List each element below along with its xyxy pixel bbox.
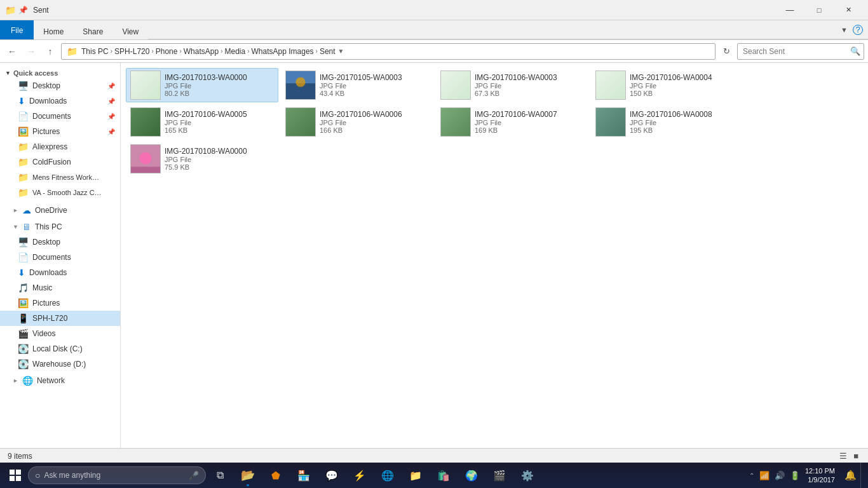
- file-name: IMG-20170105-WA0003: [320, 73, 402, 82]
- folder-icon: 📁: [18, 142, 29, 152]
- file-item[interactable]: IMG-20170108-WA0000 JPG File 75.9 KB: [126, 142, 278, 176]
- file-item[interactable]: IMG-20170105-WA0003 JPG File 43.4 KB: [281, 68, 433, 102]
- sidebar-item-documents-qa[interactable]: 📄 Documents 📌: [0, 109, 120, 124]
- ribbon-expand-icon[interactable]: ▼: [841, 26, 848, 34]
- taskbar-app-shop[interactable]: 🛍️: [430, 463, 458, 488]
- sidebar-label: VA - Smooth Jazz Chill ...: [32, 189, 102, 196]
- file-type: JPG File: [165, 82, 247, 90]
- sidebar-item-pictures-qa[interactable]: 🖼️ Pictures 📌: [0, 124, 120, 139]
- file-thumbnail: [285, 107, 316, 137]
- file-thumbnail: [130, 144, 161, 173]
- sidebar-label: This PC: [35, 222, 62, 231]
- shop-icon: 🛍️: [437, 470, 450, 482]
- crumb-sph[interactable]: SPH-L720: [114, 47, 149, 56]
- sidebar-item-mensfitness[interactable]: 📁 Mens Fitness Workout P...: [0, 170, 120, 185]
- taskbar-app-settings[interactable]: ⚙️: [513, 463, 541, 488]
- up-button[interactable]: ↑: [42, 43, 58, 60]
- sidebar-item-network[interactable]: ► 🌐 Network: [0, 373, 120, 388]
- file-item[interactable]: IMG-20170106-WA0003 JPG File 67.3 KB: [436, 68, 588, 102]
- sidebar-item-warehouse[interactable]: 💽 Warehouse (D:): [0, 356, 120, 372]
- sidebar-item-onedrive[interactable]: ► ☁ OneDrive: [0, 203, 120, 218]
- tray-chevron[interactable]: ⌃: [748, 471, 756, 480]
- back-button[interactable]: ←: [4, 43, 20, 60]
- start-button[interactable]: [3, 463, 28, 488]
- taskbar-app-arduino[interactable]: ⚡: [346, 463, 374, 488]
- taskbar-app-skype[interactable]: 💬: [318, 463, 346, 488]
- view-tiles-icon[interactable]: ■: [851, 451, 860, 461]
- minimize-button[interactable]: —: [775, 0, 804, 20]
- close-button[interactable]: ✕: [834, 0, 863, 20]
- taskbar-app-chrome[interactable]: 🌐: [374, 463, 402, 488]
- crumb-media[interactable]: Media: [225, 47, 246, 56]
- file-item[interactable]: IMG-20170103-WA0000 JPG File 80.2 KB: [126, 68, 278, 102]
- folder-icon: 📁: [18, 157, 29, 167]
- taskbar-app-fileexplorer[interactable]: 📂: [234, 463, 262, 488]
- crumb-phone[interactable]: Phone: [156, 47, 178, 56]
- volume-tray-icon[interactable]: 🔊: [773, 470, 786, 482]
- network-tray-icon[interactable]: 📶: [758, 470, 771, 482]
- sidebar-item-smoothjazz[interactable]: 📁 VA - Smooth Jazz Chill ...: [0, 185, 120, 200]
- sidebar-item-aliexpress[interactable]: 📁 Aliexpress: [0, 139, 120, 154]
- address-bar[interactable]: 📁 This PC › SPH-L720 › Phone › WhatsApp …: [61, 43, 715, 60]
- file-thumbnail: [595, 107, 626, 137]
- crumb-thispc[interactable]: This PC: [81, 47, 109, 56]
- clock-date: 1/9/2017: [805, 475, 835, 484]
- search-input[interactable]: [737, 43, 864, 60]
- file-type: JPG File: [320, 119, 402, 126]
- taskbar-app-edge[interactable]: 🌍: [458, 463, 485, 488]
- taskbar-app-app2[interactable]: ⬟: [262, 463, 290, 488]
- tab-file[interactable]: File: [0, 20, 34, 39]
- task-view-button[interactable]: ⧉: [206, 463, 234, 488]
- battery-tray-icon[interactable]: 🔋: [789, 470, 801, 482]
- sidebar-item-documents-pc[interactable]: 📄 Documents: [0, 250, 120, 265]
- sidebar-item-coldfusion[interactable]: 📁 ColdFusion: [0, 154, 120, 170]
- localdisk-icon: 💽: [18, 344, 29, 354]
- file-name: IMG-20170106-WA0003: [475, 73, 557, 82]
- show-desktop-button[interactable]: [860, 463, 865, 488]
- view-details-icon[interactable]: ☰: [837, 451, 849, 461]
- crumb-waimages[interactable]: WhatsApp Images: [252, 47, 314, 56]
- file-size: 169 KB: [475, 126, 557, 134]
- refresh-button[interactable]: ↻: [718, 43, 735, 60]
- taskbar-app-media[interactable]: 🎬: [485, 463, 513, 488]
- sidebar-item-videos[interactable]: 🎬 Videos: [0, 326, 120, 341]
- file-item[interactable]: IMG-20170106-WA0006 JPG File 166 KB: [281, 105, 433, 139]
- file-name: IMG-20170106-WA0004: [630, 73, 712, 82]
- sidebar-item-sph[interactable]: 📱 SPH-L720: [0, 311, 120, 326]
- svg-rect-5: [131, 166, 160, 173]
- sidebar-item-desktop-pc[interactable]: 🖥️ Desktop: [0, 234, 120, 250]
- file-item[interactable]: IMG-20170106-WA0007 JPG File 169 KB: [436, 105, 588, 139]
- sidebar-item-localdisk[interactable]: 💽 Local Disk (C:): [0, 341, 120, 356]
- tab-home[interactable]: Home: [34, 23, 73, 39]
- sidebar-item-desktop-qa[interactable]: 🖥️ Desktop 📌: [0, 78, 120, 93]
- file-thumbnail: [285, 71, 316, 100]
- taskbar-search[interactable]: ○ Ask me anything 🎤: [28, 466, 206, 484]
- clock-time: 12:10 PM: [805, 466, 835, 475]
- ribbon-help-icon[interactable]: ?: [853, 25, 863, 35]
- clock[interactable]: 12:10 PM 1/9/2017: [805, 466, 835, 485]
- crumb-sent[interactable]: Sent: [320, 47, 336, 56]
- sidebar-label: Pictures: [32, 127, 60, 136]
- tab-share[interactable]: Share: [73, 23, 112, 39]
- sidebar-item-downloads-pc[interactable]: ⬇ Downloads: [0, 265, 120, 280]
- sidebar-quickaccess-header[interactable]: ▼ Quick access: [0, 65, 120, 78]
- sidebar-item-music[interactable]: 🎵 Music: [0, 280, 120, 295]
- sidebar-item-downloads-qa[interactable]: ⬇ Downloads 📌: [0, 93, 120, 109]
- mic-icon[interactable]: 🎤: [189, 471, 199, 480]
- downloads-icon: ⬇: [18, 96, 25, 106]
- notification-button[interactable]: 🔔: [840, 463, 860, 488]
- sidebar-item-pictures-pc[interactable]: 🖼️ Pictures: [0, 295, 120, 311]
- sidebar-label: Videos: [32, 329, 55, 338]
- sidebar-thispc-header[interactable]: ▼ 🖥 This PC: [0, 219, 120, 234]
- taskbar-app-folder2[interactable]: 📁: [402, 463, 430, 488]
- forward-button[interactable]: →: [23, 43, 39, 60]
- taskbar-app-store[interactable]: 🏪: [290, 463, 318, 488]
- file-item[interactable]: IMG-20170106-WA0004 JPG File 150 KB: [591, 68, 743, 102]
- file-type: JPG File: [475, 82, 557, 90]
- file-item[interactable]: IMG-20170106-WA0005 JPG File 165 KB: [126, 105, 278, 139]
- title-folder-icon: 📁: [5, 5, 16, 15]
- crumb-whatsapp[interactable]: WhatsApp: [184, 47, 219, 56]
- file-item[interactable]: IMG-20170106-WA0008 JPG File 195 KB: [591, 105, 743, 139]
- tab-view[interactable]: View: [112, 23, 148, 39]
- maximize-button[interactable]: □: [804, 0, 834, 20]
